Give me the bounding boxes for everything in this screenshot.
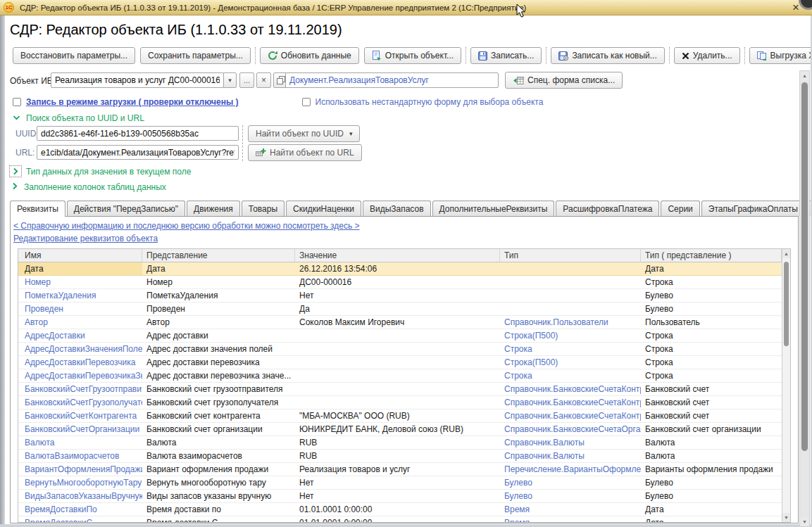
delete-icon	[682, 52, 689, 60]
table-row[interactable]: БанковскийСчетГрузополучателяБанковский …	[18, 396, 782, 409]
edit-attributes-link[interactable]: Редактирование реквизитов объекта	[13, 234, 158, 243]
table-row[interactable]: АвторАвторСоколов Максим ИгоревичСправоч…	[18, 316, 782, 329]
object-type-input[interactable]	[285, 72, 499, 88]
cell-type: Справочник.БанковскиеСчетаКонтр...	[500, 383, 641, 395]
refresh-data-button[interactable]: Обновить данные	[260, 47, 359, 64]
cell-value: RUB	[295, 436, 500, 449]
cell-type: Строка(П500)	[500, 329, 641, 342]
cell-value	[295, 369, 500, 382]
load-mode-label[interactable]: Запись в режиме загрузки ( проверки откл…	[26, 97, 239, 107]
toolbar-separator	[744, 47, 745, 64]
tab-6[interactable]: ДополнительныеРеквизиты	[432, 201, 555, 216]
tab-4[interactable]: СкидкиНаценки	[286, 201, 361, 216]
find-by-uuid-label: Найти объект по UUID	[256, 129, 344, 139]
uuid-url-section-header[interactable]: Поиск объекта по UUID и URL	[13, 113, 144, 123]
write-button[interactable]: Записать...	[470, 47, 542, 64]
object-ib-input[interactable]	[51, 72, 224, 88]
tab-3[interactable]: Товары	[242, 201, 285, 216]
uuid-input[interactable]	[37, 126, 239, 141]
table-row[interactable]: ВремяДоставкиСВремя доставки С01.01.0001…	[18, 516, 782, 523]
tab-0[interactable]: Реквизиты	[10, 201, 65, 217]
window-left-border	[0, 15, 5, 527]
table-row[interactable]: АдресДоставкиПеревозчикаЗначен...Адрес д…	[18, 369, 782, 383]
table-row[interactable]: ВалютаВалютаRUBСправочник.ВалютыВалюта	[18, 436, 782, 450]
cell-name: ВремяДоставкиС	[18, 516, 142, 523]
column-header-2[interactable]: Значение	[295, 249, 500, 262]
table-row[interactable]: ПроведенПроведенДаБулево	[18, 303, 782, 316]
table-row[interactable]: ВремяДоставкиПоВремя доставки по01.01.00…	[18, 503, 782, 516]
tab-2[interactable]: Движения	[187, 201, 240, 216]
tab-9[interactable]: ЭтапыГрафикаОплаты	[701, 201, 805, 216]
reference-info-link[interactable]: < Справочную информацию и последнюю верс…	[13, 221, 360, 231]
cell-type: Булево	[500, 476, 641, 489]
restore-parameters-button[interactable]: Восстановить параметры...	[13, 47, 135, 64]
fill-columns-expander[interactable]: Заполнение колонок таблиц данных	[12, 182, 166, 192]
object-choose-button[interactable]: ...	[239, 72, 254, 88]
cell-type-repr: Валюта	[641, 436, 782, 449]
xml-export-button[interactable]: Выгрузка XML▾	[749, 47, 812, 64]
tab-5[interactable]: ВидыЗапасов	[363, 201, 431, 216]
cell-name: Валюта	[18, 436, 142, 449]
table-row[interactable]: БанковскийСчетГрузоотправителяБанковский…	[18, 383, 782, 396]
write-as-new-button[interactable]: Записать как новый...	[551, 47, 664, 64]
load-mode-checkbox[interactable]	[13, 98, 21, 106]
cell-type-repr: Булево	[641, 490, 782, 502]
save-parameters-button[interactable]: Сохранить параметры...	[140, 47, 251, 64]
table-row[interactable]: ВернутьМногооборотнуюТаруВернуть многооб…	[18, 476, 782, 490]
window-bottom-border	[0, 524, 812, 527]
scroll-up-icon[interactable]: ▲	[782, 249, 790, 258]
column-header-0[interactable]: Имя	[18, 249, 142, 262]
window-title: СДР: Редактор объекта ИБ (1.1.0.33 от 19…	[20, 4, 526, 12]
window-scrollbar-thumb[interactable]	[801, 82, 808, 451]
scroll-up-icon[interactable]: ▲	[800, 71, 809, 80]
column-header-1[interactable]: Представление	[142, 249, 295, 262]
tab-7[interactable]: РасшифровкаПлатежа	[556, 201, 659, 216]
cell-repr: Банковский счет контрагента	[142, 409, 295, 422]
cell-repr: Дата	[142, 262, 295, 275]
cell-repr: Виды запасов указаны вручную	[142, 490, 295, 502]
tab-8[interactable]: Серии	[661, 201, 699, 216]
scroll-down-icon[interactable]: ▼	[782, 513, 790, 522]
tab-1[interactable]: Действия "ПередЗаписью"	[67, 201, 185, 216]
table-body: ДатаДата26.12.2016 13:54:06ДатаНомерНоме…	[18, 262, 782, 523]
cell-repr: Банковский счет организации	[142, 423, 295, 436]
cell-type-repr: Дата	[641, 516, 782, 523]
delete-button[interactable]: Удалить...	[674, 47, 740, 64]
table-row[interactable]: АдресДоставкиАдрес доставкиСтрока(П500)С…	[18, 329, 782, 343]
cell-value: ЮНИКРЕДИТ БАНК, Деловой союз (RUB)	[295, 423, 500, 436]
find-by-url-button[interactable]: Найти объект по URL	[248, 144, 362, 161]
table-row[interactable]: АдресДоставкиПеревозчикаАдрес доставки п…	[18, 356, 782, 369]
cell-type: Перечисление.ВариантыОформлен...	[500, 463, 641, 476]
table-row[interactable]: АдресДоставкиЗначенияПолейАдрес доставки…	[18, 343, 782, 356]
special-list-form-button[interactable]: Спец. форма списка...	[505, 72, 623, 89]
table-row[interactable]: ПометкаУдаленияПометкаУдаленияНетБулево	[18, 289, 782, 303]
cell-value: Нет	[295, 289, 500, 302]
table-row[interactable]: ВидыЗапасовУказаныВручнуюВиды запасов ук…	[18, 490, 782, 503]
table-row[interactable]: ВариантОформленияПродажиВариант оформлен…	[18, 463, 782, 476]
table-row[interactable]: НомерНомерДС00-000016Строка	[18, 276, 782, 289]
url-input[interactable]	[37, 145, 239, 160]
find-url-icon	[256, 148, 266, 157]
object-dropdown-icon[interactable]: ▾	[223, 72, 237, 88]
open-object-button[interactable]: Открыть объект...	[364, 47, 461, 64]
table-row[interactable]: БанковскийСчетОрганизацииБанковский счет…	[18, 423, 782, 436]
cell-type-repr: Дата	[641, 262, 782, 275]
table-row[interactable]: БанковскийСчетКонтрагентаБанковский счет…	[18, 409, 782, 423]
find-by-uuid-button[interactable]: Найти объект по UUID ▾	[248, 125, 360, 142]
cell-type-repr: Булево	[641, 476, 782, 489]
object-clear-icon[interactable]: ×	[256, 72, 271, 88]
nonstandard-form-checkbox[interactable]	[302, 98, 311, 106]
data-type-expander[interactable]: Тип данных для значения в текущем поле	[9, 165, 191, 177]
column-header-3[interactable]: Тип	[500, 249, 641, 262]
column-header-4[interactable]: Тип ( представление )	[641, 249, 782, 262]
scroll-down-icon[interactable]: ▼	[800, 517, 809, 526]
table-scrollbar[interactable]: ▲ ▼	[782, 249, 790, 522]
table-row[interactable]: ДатаДата26.12.2016 13:54:06Дата	[18, 262, 782, 276]
cell-value: 01.01.0001 0:00:00	[295, 503, 500, 516]
table-row[interactable]: ВалютаВзаиморасчетовВалюта взаиморасчето…	[18, 450, 782, 463]
table-scrollbar-thumb[interactable]	[784, 262, 789, 346]
cell-value: RUB	[295, 450, 500, 462]
cell-type-repr: Строка	[641, 356, 782, 369]
window-scrollbar[interactable]: ▲ ▼	[799, 70, 810, 527]
close-icon[interactable]: ×	[792, 1, 799, 15]
